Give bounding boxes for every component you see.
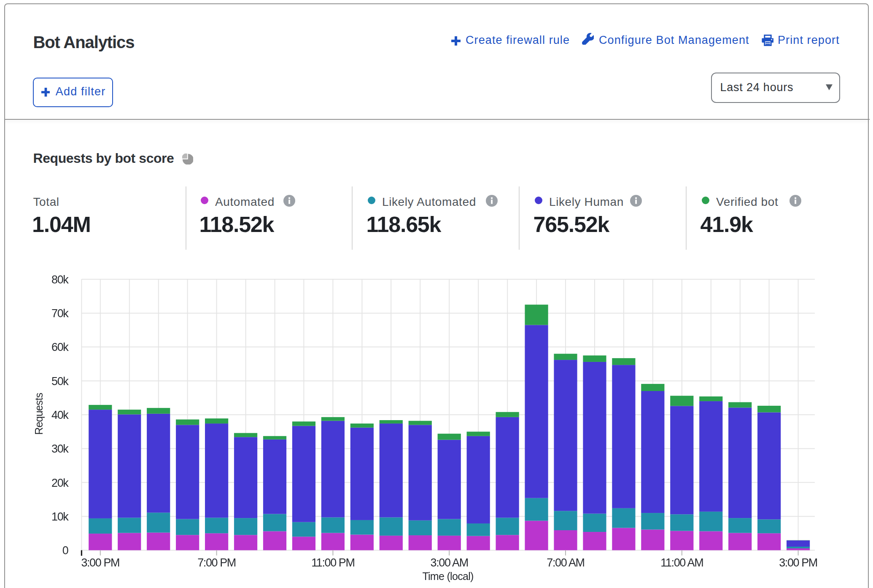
svg-text:7:00 PM: 7:00 PM	[197, 556, 236, 569]
svg-text:60k: 60k	[51, 341, 69, 353]
svg-text:10k: 10k	[51, 510, 69, 523]
svg-text:40k: 40k	[51, 409, 69, 421]
svg-text:3:00 PM: 3:00 PM	[779, 556, 817, 569]
svg-text:7:00 AM: 7:00 AM	[547, 556, 584, 569]
svg-text:Time (local): Time (local)	[422, 570, 473, 582]
svg-text:80k: 80k	[51, 273, 69, 286]
svg-text:30k: 30k	[51, 442, 69, 455]
svg-text:3:00 PM: 3:00 PM	[81, 556, 119, 569]
svg-text:70k: 70k	[51, 307, 69, 320]
svg-text:Requests: Requests	[33, 393, 45, 435]
svg-text:50k: 50k	[51, 375, 69, 388]
svg-text:20k: 20k	[51, 477, 69, 489]
svg-text:0: 0	[62, 544, 68, 557]
svg-text:11:00 PM: 11:00 PM	[311, 556, 354, 569]
svg-text:11:00 AM: 11:00 AM	[660, 556, 703, 569]
svg-text:3:00 AM: 3:00 AM	[431, 556, 468, 569]
